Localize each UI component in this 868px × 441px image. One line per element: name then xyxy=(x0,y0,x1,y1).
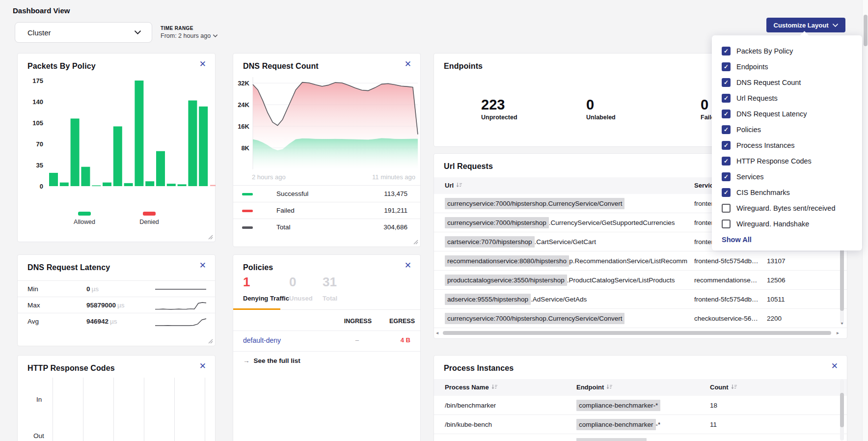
checkbox-icon[interactable] xyxy=(722,157,731,165)
process-name-cell: benchmarker xyxy=(445,434,484,441)
checkbox-icon[interactable] xyxy=(722,220,731,228)
menu-item-wireguard-handshake[interactable]: Wireguard. Handshake xyxy=(722,216,852,232)
column-header-endpoint[interactable]: Endpoint xyxy=(576,379,613,396)
show-all-link[interactable]: Show All xyxy=(722,236,852,244)
stat-unlabeled: 0 Unlabeled xyxy=(586,98,616,121)
checkbox-icon[interactable] xyxy=(722,141,731,150)
time-range-label: TIME RANGE xyxy=(161,26,217,31)
menu-item-dns-request-count[interactable]: DNS Request Count xyxy=(722,75,852,90)
policy-link-default-deny[interactable]: default-deny xyxy=(243,336,281,344)
column-header-process-name[interactable]: Process Name xyxy=(445,379,498,396)
see-full-list-link[interactable]: →See the full list xyxy=(243,357,300,364)
checkbox-icon[interactable] xyxy=(722,62,731,71)
menu-item-cis-benchmarks[interactable]: CIS Benchmarks xyxy=(722,185,852,200)
close-icon[interactable]: ✕ xyxy=(199,261,206,270)
gridline xyxy=(53,378,53,441)
url-cell: currencyservice:7000/hipstershop.Currenc… xyxy=(445,213,688,232)
checkbox-icon[interactable] xyxy=(722,94,731,103)
column-header-count[interactable]: Count xyxy=(710,379,737,396)
allowed-swatch xyxy=(78,212,91,216)
denied-swatch xyxy=(143,212,156,216)
vertical-scrollbar-thumb[interactable] xyxy=(840,393,844,427)
menu-item-label: DNS Request Count xyxy=(736,79,801,86)
chevron-down-icon xyxy=(135,30,141,34)
menu-item-url-requests[interactable]: Url Requests xyxy=(722,90,852,106)
tab-unused[interactable]: 0 Unused xyxy=(289,276,313,302)
resize-handle-icon[interactable] xyxy=(208,235,213,240)
url-row[interactable]: currencyservice:7000/hipstershop.Currenc… xyxy=(434,309,847,328)
checkbox-icon[interactable] xyxy=(722,125,731,134)
dns-legend-row-successful: Successful 113,475 xyxy=(233,185,420,202)
vertical-scrollbar[interactable] xyxy=(840,379,844,441)
horizontal-scrollbar-thumb[interactable] xyxy=(443,331,831,335)
scroll-right-icon[interactable]: ▸ xyxy=(837,330,839,335)
card-title: DNS Request Count xyxy=(243,62,319,71)
process-row[interactable]: /bin/kube-bench compliance-benchmarker-*… xyxy=(434,415,847,434)
close-icon[interactable]: ✕ xyxy=(199,362,206,370)
svg-text:105: 105 xyxy=(32,119,43,127)
count-cell: 18 xyxy=(710,396,717,415)
checkbox-icon[interactable] xyxy=(722,110,731,118)
view-select-value: Cluster xyxy=(27,28,135,37)
card-policies: Policies ✕ 1 Denying Traffic 0 Unused 31… xyxy=(233,254,421,441)
column-header-url[interactable]: Url xyxy=(445,177,462,194)
scroll-down-icon[interactable]: ▾ xyxy=(840,321,844,326)
resize-handle-icon[interactable] xyxy=(413,240,418,245)
menu-item-process-instances[interactable]: Process Instances xyxy=(722,138,852,153)
tab-total[interactable]: 31 Total xyxy=(323,276,337,302)
menu-item-label: Wireguard. Handshake xyxy=(736,220,809,228)
time-range: TIME RANGE From: 2 hours ago xyxy=(161,26,217,39)
scroll-left-icon[interactable]: ◂ xyxy=(436,330,438,335)
total-swatch xyxy=(242,226,253,229)
close-icon[interactable]: ✕ xyxy=(405,261,411,270)
close-icon[interactable]: ✕ xyxy=(831,362,838,370)
menu-item-endpoints[interactable]: Endpoints xyxy=(722,59,852,75)
url-cell: cartservice:7070/hipstershop.CartService… xyxy=(445,232,688,251)
sort-icon[interactable] xyxy=(731,384,737,390)
menu-item-packets-by-policy[interactable]: Packets By Policy xyxy=(722,43,852,59)
legend-name: Failed xyxy=(276,202,295,219)
sort-icon[interactable] xyxy=(491,384,498,390)
process-row[interactable]: benchmarker compliance-benchmarker-* 9 xyxy=(434,434,847,441)
checkbox-icon[interactable] xyxy=(722,188,731,197)
tab-denying-traffic[interactable]: 1 Denying Traffic xyxy=(243,276,289,302)
customize-layout-button[interactable]: Customize Layout xyxy=(766,18,845,32)
url-row[interactable]: recommendationservice:8080/hipstershop.R… xyxy=(434,251,847,271)
resize-handle-icon[interactable] xyxy=(208,339,213,344)
service-cell: recommendationse… xyxy=(694,271,761,290)
process-row[interactable]: /bin/benchmarker compliance-benchmarker-… xyxy=(434,396,847,415)
stat-label: Unprotected xyxy=(481,114,517,121)
card-http-response-codes: HTTP Response Codes ✕ In Out xyxy=(17,355,216,441)
legend-value: 304,686 xyxy=(383,219,407,236)
sort-icon[interactable] xyxy=(456,182,462,188)
card-dns-request-count: DNS Request Count ✕ 8K16K24K32K 2 hours … xyxy=(233,53,421,247)
count-cell: 9 xyxy=(710,434,714,441)
stat-value: 223 xyxy=(481,98,517,112)
page-scrollbar-thumb[interactable] xyxy=(864,15,868,46)
close-icon[interactable]: ✕ xyxy=(199,60,206,68)
checkbox-icon[interactable] xyxy=(722,204,731,213)
gridline xyxy=(144,378,144,441)
horizontal-scrollbar[interactable]: ◂ ▸ xyxy=(434,330,840,336)
menu-item-dns-request-latency[interactable]: DNS Request Latency xyxy=(722,106,852,122)
svg-text:0: 0 xyxy=(40,183,43,190)
latency-label: Max xyxy=(27,297,40,313)
latency-label: Min xyxy=(27,281,38,297)
page-scrollbar[interactable] xyxy=(862,0,868,441)
view-select[interactable]: Cluster xyxy=(15,22,152,43)
menu-item-policies[interactable]: Policies xyxy=(722,122,852,138)
url-row[interactable]: productcatalogservice:3550/hipstershop.P… xyxy=(434,271,847,290)
url-row[interactable]: adservice:9555/hipstershop.AdService/Get… xyxy=(434,290,847,309)
count-cell: 11 xyxy=(710,415,717,434)
menu-item-http-response-codes[interactable]: HTTP Response Codes xyxy=(722,153,852,169)
checkbox-icon[interactable] xyxy=(722,47,731,55)
close-icon[interactable]: ✕ xyxy=(405,60,411,68)
sort-icon[interactable] xyxy=(606,384,613,390)
menu-item-services[interactable]: Services xyxy=(722,169,852,185)
time-range-value-button[interactable]: From: 2 hours ago xyxy=(161,32,217,39)
checkbox-icon[interactable] xyxy=(722,172,731,181)
url-cell: currencyservice:7000/hipstershop.Currenc… xyxy=(445,194,688,213)
card-title: Process Instances xyxy=(444,364,514,373)
checkbox-icon[interactable] xyxy=(722,78,731,87)
menu-item-wireguard-bytes[interactable]: Wireguard. Bytes sent/received xyxy=(722,200,852,216)
